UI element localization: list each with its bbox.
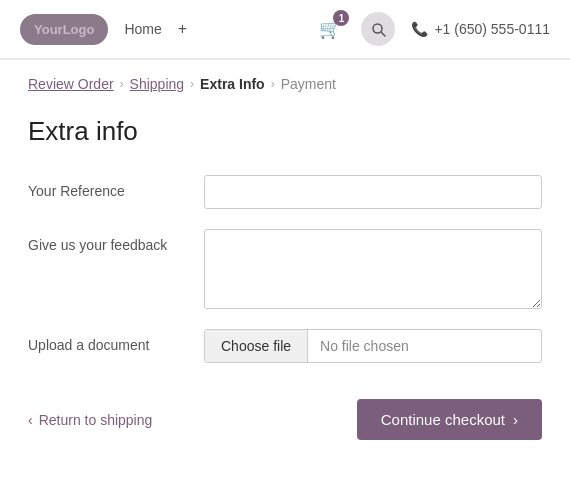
phone-area: 📞 +1 (650) 555-0111 — [411, 21, 550, 37]
breadcrumb-sep-2: › — [190, 77, 194, 91]
return-arrow-icon: ‹ — [28, 412, 33, 428]
return-label: Return to shipping — [39, 412, 153, 428]
breadcrumb-extra-info: Extra Info — [200, 76, 265, 92]
reference-input[interactable] — [204, 175, 542, 209]
continue-arrow-icon: › — [513, 411, 518, 428]
logo: YourLogo — [20, 14, 108, 45]
feedback-label: Give us your feedback — [28, 229, 188, 253]
file-input-area: Choose file No file chosen — [204, 329, 542, 363]
continue-checkout-button[interactable]: Continue checkout › — [357, 399, 542, 440]
no-file-text: No file chosen — [308, 330, 541, 362]
logo-logo: Logo — [63, 22, 95, 37]
search-button[interactable] — [361, 12, 395, 46]
feedback-row: Give us your feedback — [28, 229, 542, 309]
breadcrumb-shipping[interactable]: Shipping — [130, 76, 185, 92]
phone-icon: 📞 — [411, 21, 428, 37]
reference-label: Your Reference — [28, 175, 188, 199]
main-content: Extra info Your Reference Give us your f… — [0, 100, 570, 468]
nav-plus-icon: + — [178, 20, 187, 38]
svg-point-0 — [373, 24, 382, 33]
header: YourLogo Home + 🛒 1 📞 +1 (650) 555-0111 — [0, 0, 570, 60]
cart-badge: 1 — [333, 10, 349, 26]
home-label: Home — [124, 21, 161, 37]
breadcrumb-sep-3: › — [271, 77, 275, 91]
svg-line-1 — [381, 32, 385, 36]
feedback-textarea[interactable] — [204, 229, 542, 309]
logo-your: Your — [34, 22, 63, 37]
breadcrumb-sep-1: › — [120, 77, 124, 91]
search-icon — [371, 22, 386, 37]
home-nav-link[interactable]: Home — [124, 21, 161, 37]
upload-row: Upload a document Choose file No file ch… — [28, 329, 542, 363]
return-to-shipping-button[interactable]: ‹ Return to shipping — [28, 412, 152, 428]
reference-row: Your Reference — [28, 175, 542, 209]
breadcrumb: Review Order › Shipping › Extra Info › P… — [0, 60, 570, 100]
page-title: Extra info — [28, 116, 542, 147]
bottom-actions: ‹ Return to shipping Continue checkout › — [28, 399, 542, 440]
breadcrumb-payment: Payment — [281, 76, 336, 92]
cart-button[interactable]: 🛒 1 — [315, 14, 345, 44]
continue-label: Continue checkout — [381, 411, 505, 428]
choose-file-button[interactable]: Choose file — [205, 330, 308, 362]
upload-label: Upload a document — [28, 329, 188, 353]
breadcrumb-review-order[interactable]: Review Order — [28, 76, 114, 92]
phone-number: +1 (650) 555-0111 — [434, 21, 550, 37]
